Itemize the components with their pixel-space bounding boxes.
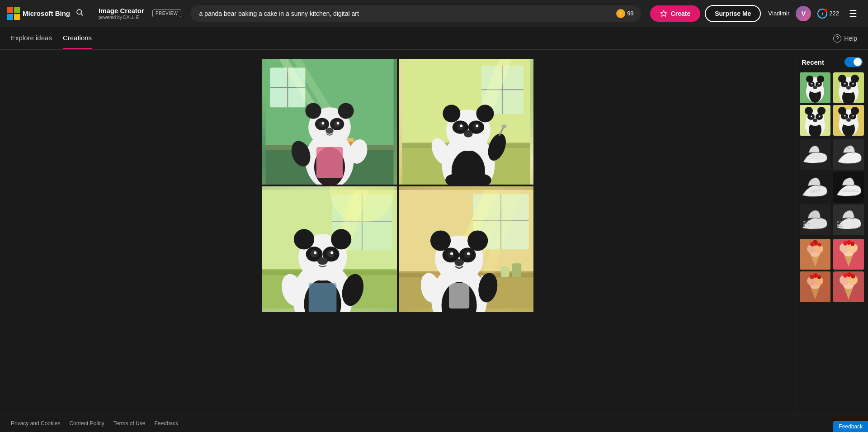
image-creator-sub: powered by DALL-E — [99, 15, 144, 20]
sidebar-thumb-panda-2[interactable] — [833, 72, 864, 103]
svg-point-230 — [851, 275, 855, 279]
svg-point-55 — [476, 104, 494, 122]
coins-badge: i 222 — [817, 9, 839, 19]
sidebar-thumb-shoe-6[interactable] — [833, 204, 864, 235]
feedback-button[interactable]: Feedback — [833, 421, 868, 432]
tabs-left: Explore ideas Creations — [11, 28, 92, 49]
terms-link[interactable]: Terms of Use — [113, 420, 146, 427]
panda-illustration-4 — [399, 186, 533, 312]
sidebar-thumb-shoe-1[interactable] — [800, 139, 830, 170]
sidebar-thumb-icecream-2[interactable] — [833, 239, 864, 270]
svg-point-62 — [464, 130, 473, 138]
sidebar-row-shoes-3 — [800, 204, 864, 235]
svg-point-130 — [811, 83, 813, 85]
sidebar-row-shoes-2 — [800, 172, 864, 203]
svg-point-61 — [476, 124, 478, 127]
svg-point-222 — [817, 275, 821, 279]
sidebar-thumb-shoe-3[interactable] — [800, 172, 830, 203]
tab-explore-ideas[interactable]: Explore ideas — [11, 28, 52, 49]
user-avatar[interactable]: V — [796, 6, 811, 21]
image-grid — [262, 59, 533, 312]
svg-point-81 — [331, 229, 351, 249]
svg-point-54 — [443, 104, 460, 122]
svg-point-119 — [454, 259, 464, 266]
sidebar-group-icecream — [800, 239, 864, 302]
svg-point-221 — [813, 273, 818, 278]
user-name: Vladimir — [768, 10, 789, 17]
svg-rect-104 — [512, 263, 522, 277]
svg-point-170 — [852, 115, 854, 117]
sidebar-thumb-panda-3[interactable] — [800, 105, 830, 136]
generated-image-1[interactable] — [262, 59, 397, 185]
panda-illustration-2 — [399, 59, 533, 185]
svg-point-145 — [846, 86, 851, 90]
svg-marker-6 — [660, 10, 666, 16]
generated-image-2[interactable] — [399, 59, 533, 185]
sidebar-group-pandas — [800, 72, 864, 136]
nav-right: Vladimir V i 222 ☰ — [768, 6, 861, 21]
svg-point-88 — [317, 257, 328, 265]
help-label: Help — [844, 35, 857, 42]
panda-illustration-1 — [262, 59, 397, 185]
search-icon — [75, 8, 84, 16]
lightning-icon: ⚡ — [616, 9, 625, 18]
privacy-link[interactable]: Privacy and Cookies — [11, 420, 60, 427]
sidebar-thumb-panda-4[interactable] — [833, 105, 864, 136]
sidebar-thumb-panda-1[interactable] — [800, 72, 830, 103]
svg-point-143 — [844, 83, 845, 85]
tab-creations[interactable]: Creations — [63, 28, 92, 49]
content-policy-link[interactable]: Content Policy — [69, 420, 104, 427]
coins-icon: i — [817, 9, 827, 19]
sidebar-row-icecream-2 — [800, 271, 864, 302]
sidebar-thumb-shoe-5[interactable] — [800, 204, 830, 235]
search-bar-wrapper: ⚡ 99 — [190, 5, 641, 22]
svg-point-157 — [819, 116, 821, 117]
recent-toggle[interactable] — [844, 57, 863, 67]
svg-rect-1 — [14, 7, 20, 13]
menu-button[interactable]: ☰ — [845, 6, 861, 21]
svg-point-158 — [813, 119, 817, 122]
search-icon-button[interactable] — [75, 8, 84, 19]
tabs-bar: Explore ideas Creations ? Help — [0, 27, 868, 50]
sidebar: Recent — [796, 50, 868, 414]
svg-point-213 — [847, 240, 851, 245]
footer: Privacy and Cookies Content Policy Terms… — [0, 414, 868, 432]
svg-rect-76 — [309, 283, 337, 313]
svg-line-5 — [81, 14, 83, 15]
surprise-me-button[interactable]: Surprise Me — [705, 5, 761, 22]
help-button[interactable]: ? Help — [833, 34, 857, 43]
sidebar-thumb-icecream-3[interactable] — [800, 271, 830, 302]
notification-dot — [824, 9, 827, 12]
nav-divider — [92, 6, 92, 21]
sidebar-thumb-shoe-2[interactable] — [833, 139, 864, 170]
search-input[interactable] — [190, 5, 641, 22]
sidebar-header: Recent — [800, 57, 864, 67]
svg-point-52 — [501, 124, 507, 128]
sidebar-thumb-shoe-4[interactable] — [833, 172, 864, 203]
image-creator-label: Image Creator powered by DALL-E — [99, 7, 144, 20]
preview-badge: PREVIEW — [152, 9, 181, 17]
generated-image-3[interactable] — [262, 186, 397, 312]
create-button[interactable]: Create — [650, 5, 701, 22]
bing-logo[interactable]: Microsoft Bing — [7, 7, 70, 20]
svg-point-32 — [337, 122, 340, 124]
sidebar-thumb-icecream-4[interactable] — [833, 271, 864, 302]
generated-image-4[interactable] — [399, 186, 533, 312]
svg-point-144 — [852, 83, 854, 85]
svg-point-25 — [305, 103, 321, 119]
svg-point-112 — [467, 230, 488, 251]
feedback-link[interactable]: Feedback — [154, 420, 178, 427]
coins-count: 222 — [829, 10, 839, 17]
windows-logo-icon — [7, 7, 20, 20]
svg-point-131 — [819, 83, 820, 85]
sidebar-thumb-icecream-1[interactable] — [800, 239, 830, 270]
sidebar-row-shoes-1 — [800, 139, 864, 170]
svg-rect-3 — [14, 14, 20, 20]
svg-point-111 — [430, 230, 451, 251]
svg-point-171 — [846, 118, 851, 122]
svg-point-80 — [294, 229, 314, 249]
svg-point-26 — [338, 103, 354, 119]
svg-point-118 — [467, 252, 470, 255]
bing-text: Microsoft Bing — [23, 9, 70, 17]
sidebar-row-pandas-1 — [800, 72, 864, 103]
